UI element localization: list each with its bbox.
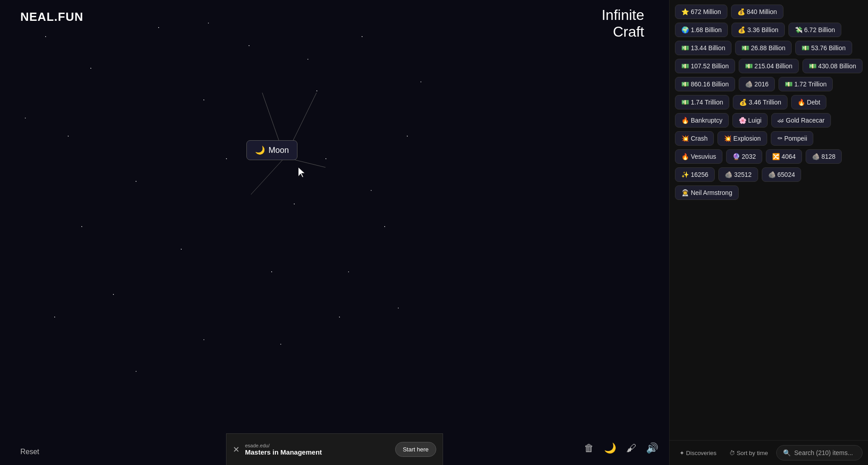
ad-cta-button[interactable]: Start here [395,442,436,457]
star [326,158,326,159]
list-item[interactable]: 💰 3.36 Billion [731,23,784,37]
list-item[interactable]: 💸 6.72 Billion [788,23,841,37]
star [249,45,250,46]
connection-lines [0,0,669,465]
star [25,118,26,119]
star [90,68,91,69]
moon-emoji: 🌙 [255,145,265,155]
game-title: Infinite Craft [602,7,644,40]
canvas-area[interactable]: NEAL.FUN Infinite Craft 🌙 Moon [0,0,669,465]
star [158,27,159,28]
star [136,371,137,372]
sort-button[interactable]: ⏱ Sort by time [725,447,773,459]
moon-element[interactable]: 🌙 Moon [246,140,297,160]
star [54,317,55,318]
star [398,308,399,308]
delete-button[interactable]: 🗑 [582,441,596,456]
list-item[interactable]: ⭐ 672 Million [675,5,727,19]
star [68,136,69,137]
list-item[interactable]: ⚰ Pompeii [771,131,813,146]
star [420,81,421,82]
star [294,204,295,204]
list-item[interactable]: 💵 53.76 Billion [795,41,852,55]
ad-banner: ✕ esade.edu/ Masters in Management Start… [226,433,443,465]
star [45,36,46,37]
star [203,339,204,340]
ad-title: Masters in Management [245,448,390,456]
list-item[interactable]: 🌍 1.68 Billion [675,23,728,37]
sidebar-footer: ✦ Discoveries ⏱ Sort by time 🔍 Search (2… [670,440,868,465]
cursor [298,167,306,178]
star [371,190,372,191]
star [307,59,308,60]
list-item[interactable]: ✨ 16256 [675,167,715,182]
list-item[interactable]: 💵 13.44 Billion [675,41,731,55]
sidebar-items-container[interactable]: ⭐ 672 Million💰 840 Million🌍 1.68 Billion… [670,0,868,440]
list-item[interactable]: 🔀 4064 [766,149,802,164]
star [181,249,182,250]
list-item[interactable]: 💵 26.88 Billion [735,41,792,55]
brush-button[interactable]: 🖌 [624,441,638,456]
list-item[interactable]: 🔥 Debt [791,95,826,109]
star [339,317,340,318]
list-item[interactable]: 💵 430.08 Billion [802,59,863,73]
list-item[interactable]: 🪨 2016 [739,77,775,91]
star [280,344,281,345]
list-item[interactable]: 👨‍🚀 Neil Armstrong [675,185,739,200]
bottom-toolbar: 🗑 🌙 🖌 🔊 [582,441,660,456]
star [208,23,209,24]
list-item[interactable]: 💰 3.46 Trillion [733,95,787,109]
star [362,36,363,37]
star [81,226,82,227]
ad-close-button[interactable]: ✕ [233,445,240,455]
sidebar: ⭐ 672 Million💰 840 Million🌍 1.68 Billion… [669,0,868,465]
star [407,136,408,137]
search-icon: 🔍 [783,449,791,456]
star [348,271,349,272]
list-item[interactable]: 💥 Explosion [717,131,767,146]
list-item[interactable]: 💵 107.52 Billion [675,59,735,73]
list-item[interactable]: 🪨 8128 [806,149,842,164]
reset-button[interactable]: Reset [20,448,39,456]
list-item[interactable]: 💥 Crash [675,131,714,146]
star [136,181,137,182]
svg-line-2 [251,157,285,195]
star [316,90,317,91]
list-item[interactable]: 💵 860.16 Billion [675,77,735,91]
list-item[interactable]: 🏎 Gold Racecar [771,113,830,128]
list-item[interactable]: 🔮 2032 [726,149,762,164]
list-item[interactable]: 🪨 65024 [762,167,802,182]
ad-domain: esade.edu/ [245,443,390,448]
list-item[interactable]: 🪨 32512 [718,167,758,182]
star [384,226,385,227]
search-box[interactable]: 🔍 Search (210) items... [776,445,863,460]
star [203,100,204,100]
logo: NEAL.FUN [20,10,83,24]
list-item[interactable]: 💵 1.72 Trillion [778,77,833,91]
star [226,158,227,159]
search-placeholder: Search (210) items... [794,449,853,456]
night-mode-button[interactable]: 🌙 [602,441,618,456]
star [271,271,272,272]
sound-button[interactable]: 🔊 [644,441,660,456]
discoveries-button[interactable]: ✦ Discoveries [675,447,721,459]
ad-text: esade.edu/ Masters in Management [245,443,390,456]
list-item[interactable]: 💰 840 Million [731,5,783,19]
list-item[interactable]: 🌸 Luigi [732,113,768,128]
list-item[interactable]: 💵 215.04 Billion [739,59,799,73]
list-item[interactable]: 🔥 Bankruptcy [675,113,729,128]
svg-marker-4 [298,167,305,177]
list-item[interactable]: 🔥 Vesuvius [675,149,722,164]
list-item[interactable]: 💵 1.74 Trillion [675,95,729,109]
star [113,294,114,295]
moon-label: Moon [269,146,289,155]
